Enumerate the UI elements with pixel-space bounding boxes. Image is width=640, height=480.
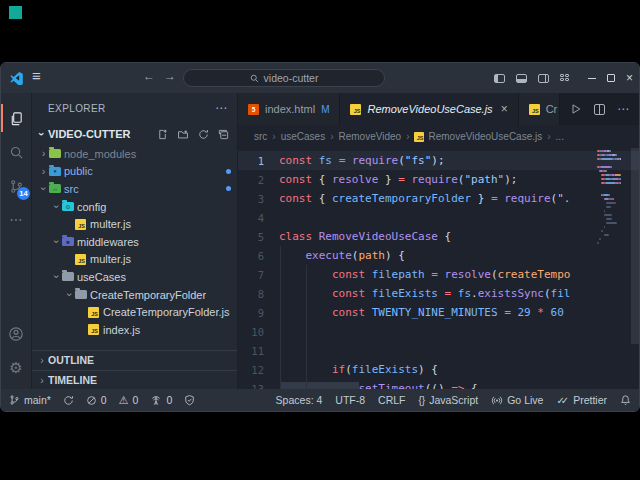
toggle-sidebar-icon[interactable] [494, 74, 505, 83]
sidebar-more-icon[interactable]: ⋯ [215, 101, 227, 115]
status-eol[interactable]: CRLF [378, 394, 405, 406]
tree-item-label: multer.js [90, 253, 231, 265]
line-number: 12 [238, 364, 264, 376]
new-file-icon[interactable] [157, 129, 168, 140]
tab-RemoveVideoUseCase.js[interactable]: JSRemoveVideoUseCase.js× [340, 93, 518, 125]
breadcrumb-item[interactable]: src [254, 131, 267, 142]
tree-item-label: CreateTemporaryFolder [90, 289, 231, 301]
chevron-right-icon: › [406, 131, 409, 142]
status-sync[interactable] [63, 394, 74, 406]
close-icon[interactable]: × [501, 102, 508, 116]
minimap-line [597, 214, 631, 216]
customize-layout-icon[interactable] [560, 74, 571, 83]
status-right: Spaces: 4UTF-8CRLF{}JavaScriptGo Live✓✓P… [276, 394, 631, 406]
timeline-section[interactable]: › TIMELINE [32, 370, 237, 390]
breadcrumb-item[interactable]: useCases [281, 131, 325, 142]
command-center-search[interactable]: video-cutter [183, 69, 385, 87]
run-code-icon[interactable] [570, 103, 582, 115]
status-left: main*0⚠00 [9, 394, 195, 406]
tab-index.html[interactable]: 5index.htmlM [238, 93, 340, 125]
nav-forward-icon[interactable]: → [164, 69, 176, 83]
tree-item-CreateTemporaryFolder[interactable]: ›CreateTemporaryFolder [32, 286, 237, 304]
breadcrumb-label: src [254, 131, 267, 142]
activity-more-views[interactable] [1, 203, 31, 237]
code-text: const { resolve } = require("path"); [279, 170, 517, 189]
minimap[interactable] [597, 150, 631, 389]
breadcrumb-item[interactable]: JSRemoveVideoUseCase.js [414, 131, 542, 142]
tree-item-useCases[interactable]: ›useCases [32, 268, 237, 286]
code-line: 5class RemoveVideoUseCase { [238, 227, 597, 246]
minimap-line [597, 198, 631, 200]
toggle-secondary-sidebar-icon[interactable] [538, 74, 549, 83]
code-line: 13 setTimeout(() => { [238, 379, 597, 389]
nav-back-icon[interactable]: ← [143, 69, 155, 83]
modified-badge: M [321, 104, 329, 115]
folder-icon [75, 290, 90, 299]
more-actions-icon[interactable]: ⋯ [617, 102, 629, 116]
status-warnings[interactable]: ⚠0 [119, 394, 139, 406]
minimap-line [597, 170, 631, 172]
tab-label: RemoveVideoUseCase.js [367, 103, 492, 115]
status-ports[interactable]: 0 [150, 394, 172, 406]
code-line: 9 const TWENTY_NINE_MINUTES = 29 * 60 [238, 303, 597, 322]
js-file-icon: JS [350, 104, 361, 115]
tree-item-src[interactable]: ›‹›src [32, 180, 237, 198]
line-number: 8 [238, 288, 264, 300]
code-line: 11 [238, 341, 597, 360]
chevron-right-icon: › [38, 166, 49, 177]
tree-item-index.js[interactable]: JSindex.js [32, 321, 237, 339]
menu-hamburger-icon[interactable]: ≡ [32, 67, 41, 84]
sidebar-title: EXPLORER [48, 103, 106, 114]
tree-item-multer.js[interactable]: JSmulter.js [32, 251, 237, 269]
braces-icon: {} [418, 395, 425, 406]
window-minimize-button[interactable] [588, 78, 596, 79]
breadcrumb[interactable]: src›useCases›RemoveVideo›JSRemoveVideoUs… [238, 125, 639, 148]
status-indentation[interactable]: Spaces: 4 [276, 394, 323, 406]
vscode-window: ≡ ← → video-cutter × 14⚙ [0, 62, 640, 412]
outline-section[interactable]: › OUTLINE [32, 350, 237, 370]
error-icon [86, 395, 97, 406]
tree-item-config[interactable]: ›⚙config [32, 198, 237, 216]
project-root-row[interactable]: › VIDEO-CUTTER [32, 123, 237, 145]
refresh-icon[interactable] [198, 129, 209, 140]
activity-search[interactable] [1, 135, 31, 169]
status-shield[interactable] [184, 394, 195, 406]
tree-item-multer.js[interactable]: JSmulter.js [32, 215, 237, 233]
tree-item-label: CreateTemporaryFolder.js [103, 306, 231, 318]
status-label: Prettier [573, 394, 607, 406]
breadcrumb-item[interactable]: ... [556, 131, 564, 142]
status-branch[interactable]: main* [9, 394, 51, 406]
status-encoding[interactable]: UTF-8 [335, 394, 365, 406]
folder-icon: ‹› [49, 184, 64, 193]
collapse-all-icon[interactable] [218, 129, 229, 140]
tab-Cr[interactable]: JSCr [519, 93, 560, 125]
new-folder-icon[interactable] [177, 129, 189, 140]
gear-icon: ⚙ [9, 359, 22, 377]
tree-item-middlewares[interactable]: ›■middlewares [32, 233, 237, 251]
tree-item-node_modules[interactable]: ›node_modules [32, 145, 237, 163]
chevron-down-icon: › [51, 271, 62, 282]
vscode-logo-icon [10, 71, 24, 85]
breadcrumb-item[interactable]: RemoveVideo [339, 131, 402, 142]
split-editor-icon[interactable] [594, 104, 605, 115]
window-maximize-button[interactable] [607, 74, 615, 82]
activity-source-control[interactable]: 14 [1, 169, 31, 203]
window-close-button[interactable]: × [626, 72, 633, 84]
chevron-right-icon: › [272, 131, 275, 142]
activity-accounts[interactable] [1, 317, 31, 351]
code-editor[interactable]: 1const fs = require("fs");2const { resol… [238, 148, 639, 389]
js-file-icon: JS [75, 219, 90, 230]
code-text: const fs = require("fs"); [279, 151, 445, 170]
status-prettier[interactable]: ✓✓Prettier [556, 394, 607, 406]
tree-item-public[interactable]: ›●public [32, 163, 237, 181]
status-notifications[interactable] [620, 394, 631, 406]
activity-settings[interactable]: ⚙ [1, 351, 31, 385]
html-file-icon: 5 [248, 104, 259, 115]
status-language[interactable]: {}JavaScript [418, 394, 478, 406]
editor-scrollbar[interactable] [631, 148, 639, 344]
tree-item-CreateTemporaryFolder.js[interactable]: JSCreateTemporaryFolder.js [32, 303, 237, 321]
status-errors[interactable]: 0 [86, 394, 107, 406]
status-go-live[interactable]: Go Live [491, 394, 543, 406]
activity-explorer[interactable] [1, 101, 31, 135]
toggle-panel-icon[interactable] [516, 74, 527, 83]
